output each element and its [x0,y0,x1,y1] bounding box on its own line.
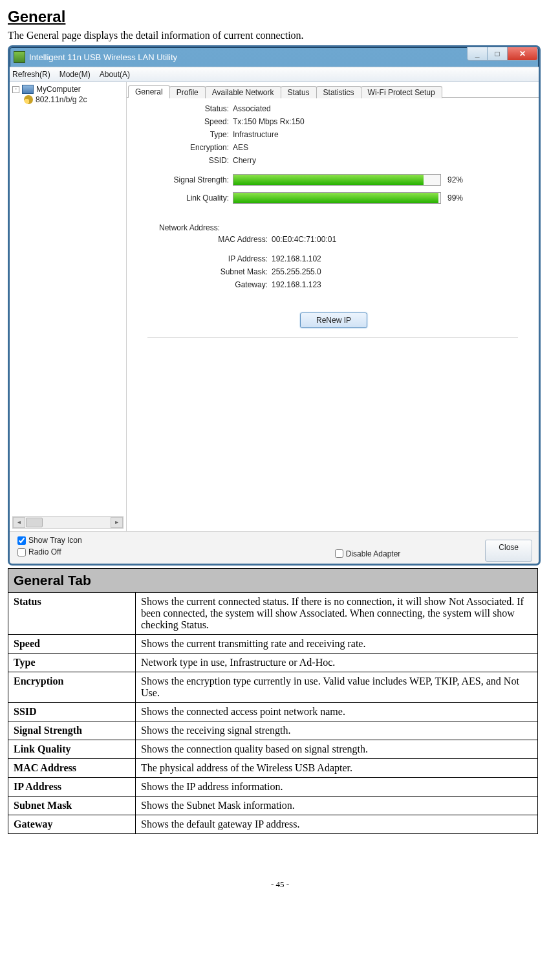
table-row: Encryption [8,672,136,703]
ssid-label: SSID: [138,156,233,165]
table-row: Speed [8,635,136,654]
gateway-value: 192.168.1.123 [272,280,321,289]
radio-off-checkbox[interactable]: Radio Off [17,547,82,556]
intro-text: The General page displays the detail inf… [8,30,552,41]
table-row: Link Quality [8,740,136,759]
encryption-label: Encryption: [138,143,233,152]
tree-adapter-label[interactable]: 802.11n/b/g 2c [36,95,87,104]
table-header: General Tab [8,569,538,593]
device-tree: - MyComputer 802.11n/b/g 2c ◂ ▸ [10,82,127,531]
status-value: Associated [233,104,271,113]
signal-label: Signal Strength: [138,175,233,184]
tab-general[interactable]: General [128,85,170,98]
table-row: IP Address [8,778,136,797]
disable-adapter-input[interactable] [335,549,343,558]
table-cell: Shows the receiving signal strength. [136,721,538,740]
general-tab-table: General Tab StatusShows the current conn… [8,568,538,834]
network-address-heading: Network Address: [159,223,527,232]
mac-value: 00:E0:4C:71:00:01 [272,235,336,244]
mac-label: MAC Address: [138,235,272,244]
scroll-thumb[interactable] [26,518,43,527]
titlebar[interactable]: Intelligent 11n USB Wireless LAN Utility… [10,47,539,67]
tree-scrollbar[interactable]: ◂ ▸ [12,516,124,529]
maximize-button[interactable]: □ [487,47,507,61]
minimize-button[interactable]: _ [467,47,487,61]
tree-root-label[interactable]: MyComputer [36,85,81,94]
close-window-button[interactable]: ✕ [507,47,537,61]
table-cell: Shows the Subnet Mask information. [136,797,538,815]
divider [147,337,518,338]
tab-wps[interactable]: Wi-Fi Protect Setup [361,86,442,98]
signal-strength-bar [233,174,441,186]
table-row: Status [8,593,136,635]
table-cell: Shows the connected access point network… [136,703,538,721]
table-cell: Shows the encryption type currently in u… [136,672,538,703]
menu-about[interactable]: About(A) [100,70,130,79]
menubar: Refresh(R) Mode(M) About(A) [10,67,539,82]
page-number: - 45 - [8,879,552,890]
table-cell: Shows the default gateway IP address. [136,815,538,834]
table-cell: Shows the IP address information. [136,778,538,797]
table-cell: Shows the current transmitting rate and … [136,635,538,654]
disable-adapter-checkbox[interactable]: Disable Adapter [335,538,401,566]
bottom-bar: Show Tray Icon Radio Off Disable Adapter… [10,531,539,566]
table-cell: The physical address of the Wireless USB… [136,759,538,778]
tab-statistics[interactable]: Statistics [316,86,361,98]
show-tray-label: Show Tray Icon [28,536,82,545]
page-title: General [8,8,552,26]
type-label: Type: [138,130,233,139]
table-row: Signal Strength [8,721,136,740]
gateway-label: Gateway: [138,280,272,289]
computer-icon [22,85,34,94]
link-quality-bar [233,192,441,204]
app-icon [14,51,25,63]
table-row: MAC Address [8,759,136,778]
speed-label: Speed: [138,117,233,126]
ip-label: IP Address: [138,254,272,263]
scroll-left-icon[interactable]: ◂ [13,517,25,528]
disable-adapter-label: Disable Adapter [346,549,401,558]
window-controls: _ □ ✕ [467,47,537,61]
main-panel: General Profile Available Network Status… [127,82,539,531]
radio-off-input[interactable] [17,548,26,556]
table-row: Type [8,654,136,672]
mask-value: 255.255.255.0 [272,267,321,276]
table-cell: Shows the connection quality based on si… [136,740,538,759]
table-row: Gateway [8,815,136,834]
menu-refresh[interactable]: Refresh(R) [12,70,50,79]
table-cell: Shows the current connected status. If t… [136,593,538,635]
show-tray-checkbox[interactable]: Show Tray Icon [17,536,82,545]
tab-profile[interactable]: Profile [169,86,206,98]
renew-ip-button[interactable]: ReNew IP [300,313,367,328]
mask-label: Subnet Mask: [138,267,272,276]
link-label: Link Quality: [138,193,233,203]
tree-collapse-icon[interactable]: - [12,86,19,93]
encryption-value: AES [233,143,248,152]
menu-mode[interactable]: Mode(M) [59,70,91,79]
speed-value: Tx:150 Mbps Rx:150 [233,117,305,126]
window-title: Intelligent 11n USB Wireless LAN Utility [29,52,177,62]
tab-bar: General Profile Available Network Status… [127,82,539,98]
status-label: Status: [138,104,233,113]
ssid-value: Cherry [233,156,256,165]
tab-available-network[interactable]: Available Network [205,86,281,98]
app-window: Intelligent 11n USB Wireless LAN Utility… [8,45,541,566]
table-row: Subnet Mask [8,797,136,815]
ip-value: 192.168.1.102 [272,254,321,263]
table-cell: Network type in use, Infrastructure or A… [136,654,538,672]
link-percent: 99% [447,193,463,203]
tab-status[interactable]: Status [281,86,317,98]
scroll-right-icon[interactable]: ▸ [111,517,123,528]
close-button[interactable]: Close [485,540,532,562]
type-value: Infrastructure [233,130,279,139]
signal-percent: 92% [447,175,463,184]
table-row: SSID [8,703,136,721]
wireless-adapter-icon [24,95,33,104]
radio-off-label: Radio Off [28,547,61,556]
show-tray-input[interactable] [17,536,26,545]
